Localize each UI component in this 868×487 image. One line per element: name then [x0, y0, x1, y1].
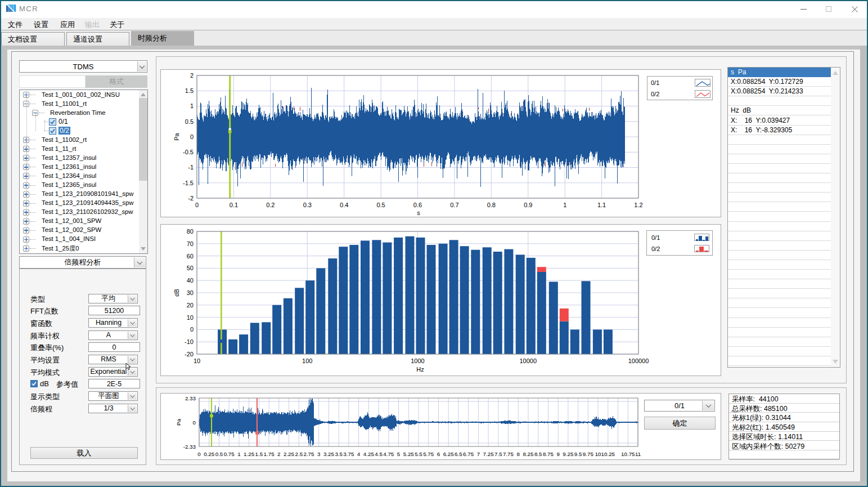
svg-text:s: s — [417, 209, 420, 216]
svg-text:4.75: 4.75 — [383, 451, 394, 457]
svg-text:2: 2 — [277, 451, 280, 457]
svg-text:0: 0 — [193, 419, 196, 426]
svg-text:10.75: 10.75 — [621, 451, 635, 457]
svg-text:4: 4 — [357, 451, 361, 457]
svg-text:-0.5: -0.5 — [183, 149, 194, 155]
svg-text:0.5: 0.5 — [185, 118, 194, 125]
svg-text:0: 0 — [195, 202, 199, 208]
svg-text:100000: 100000 — [628, 358, 649, 364]
svg-text:0.5: 0.5 — [376, 202, 385, 208]
svg-text:9.25: 9.25 — [563, 451, 574, 457]
svg-text:1.5: 1.5 — [255, 451, 263, 457]
svg-text:0.2: 0.2 — [266, 202, 275, 208]
svg-text:5: 5 — [397, 451, 401, 457]
svg-text:5.5: 5.5 — [415, 451, 422, 457]
svg-text:Hz: Hz — [416, 366, 424, 373]
svg-text:9: 9 — [556, 451, 559, 457]
svg-text:1: 1 — [563, 202, 566, 208]
svg-text:0.4: 0.4 — [340, 202, 348, 208]
svg-text:0: 0 — [190, 133, 194, 140]
svg-text:0.7: 0.7 — [450, 202, 458, 208]
svg-text:1.2: 1.2 — [634, 202, 642, 208]
svg-text:2.25: 2.25 — [284, 451, 295, 457]
svg-text:-2.33: -2.33 — [183, 444, 196, 450]
svg-text:1.5: 1.5 — [185, 87, 194, 94]
svg-text:7.75: 7.75 — [503, 451, 514, 457]
svg-text:6.25: 6.25 — [443, 451, 455, 457]
svg-text:-1: -1 — [188, 164, 194, 171]
svg-text:20: 20 — [187, 302, 194, 309]
svg-text:2.33: 2.33 — [185, 395, 196, 401]
svg-text:4.5: 4.5 — [375, 451, 383, 457]
svg-text:-2: -2 — [188, 195, 194, 202]
svg-text:8.5: 8.5 — [534, 451, 542, 457]
svg-text:8.25: 8.25 — [523, 451, 534, 457]
svg-text:0: 0 — [197, 451, 201, 457]
svg-text:-10: -10 — [185, 338, 194, 345]
svg-text:7: 7 — [477, 451, 480, 457]
svg-text:2: 2 — [190, 72, 194, 79]
svg-text:6.5: 6.5 — [455, 451, 462, 457]
svg-text:7.5: 7.5 — [494, 451, 502, 457]
svg-text:11: 11 — [635, 451, 641, 457]
svg-text:2.5: 2.5 — [295, 451, 303, 457]
svg-text:40: 40 — [187, 277, 194, 284]
svg-text:10: 10 — [187, 314, 194, 321]
svg-text:0.1: 0.1 — [230, 202, 238, 208]
svg-text:1: 1 — [190, 102, 194, 109]
svg-text:-1.5: -1.5 — [183, 180, 194, 186]
svg-text:5.75: 5.75 — [423, 451, 434, 457]
svg-text:60: 60 — [187, 253, 194, 260]
svg-text:9.75: 9.75 — [583, 451, 594, 457]
svg-text:10.25: 10.25 — [601, 451, 615, 457]
svg-text:1.25: 1.25 — [244, 451, 255, 457]
svg-text:8.75: 8.75 — [543, 451, 554, 457]
svg-text:100: 100 — [302, 358, 312, 364]
svg-text:70: 70 — [187, 240, 194, 247]
svg-text:Pa: Pa — [176, 418, 182, 426]
svg-text:0.6: 0.6 — [413, 202, 422, 208]
svg-text:9.5: 9.5 — [574, 451, 582, 457]
svg-text:50: 50 — [187, 265, 194, 271]
svg-text:6.75: 6.75 — [463, 451, 474, 457]
svg-text:2.75: 2.75 — [303, 451, 314, 457]
svg-text:10000: 10000 — [520, 358, 537, 364]
svg-text:0.25: 0.25 — [204, 451, 215, 457]
svg-text:0.5: 0.5 — [215, 451, 223, 457]
svg-text:7.25: 7.25 — [483, 451, 494, 457]
svg-text:0.75: 0.75 — [224, 451, 235, 457]
svg-text:8: 8 — [517, 451, 520, 457]
svg-text:4.25: 4.25 — [363, 451, 375, 457]
svg-text:0.9: 0.9 — [524, 202, 532, 208]
svg-text:1000: 1000 — [411, 358, 424, 364]
svg-text:80: 80 — [187, 228, 194, 235]
svg-text:5.25: 5.25 — [403, 451, 415, 457]
svg-text:30: 30 — [187, 289, 194, 296]
svg-text:0: 0 — [190, 326, 194, 333]
svg-text:Pa: Pa — [173, 132, 180, 140]
svg-text:10: 10 — [595, 451, 601, 457]
svg-text:-20: -20 — [185, 351, 194, 358]
svg-text:0.3: 0.3 — [303, 202, 312, 208]
svg-text:3: 3 — [317, 451, 321, 457]
svg-text:3.75: 3.75 — [343, 451, 354, 457]
svg-text:3.25: 3.25 — [323, 451, 335, 457]
svg-text:3.5: 3.5 — [335, 451, 343, 457]
svg-text:1: 1 — [237, 451, 240, 457]
svg-text:1.75: 1.75 — [264, 451, 275, 457]
svg-text:10: 10 — [194, 358, 200, 364]
svg-text:6: 6 — [437, 451, 440, 457]
svg-text:0.8: 0.8 — [487, 202, 496, 208]
svg-text:1.1: 1.1 — [597, 202, 606, 208]
svg-text:dB: dB — [173, 289, 180, 296]
